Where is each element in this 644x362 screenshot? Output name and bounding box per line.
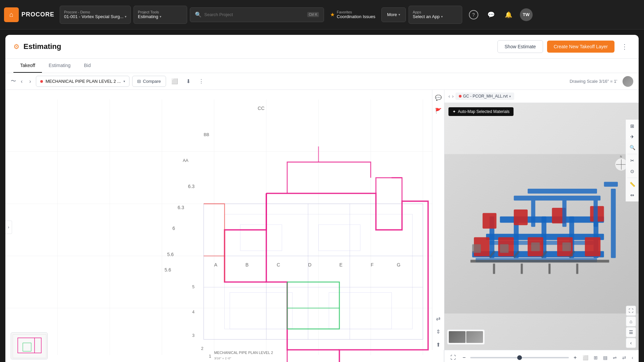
prev-drawing-button[interactable]: ‹ bbox=[19, 77, 24, 86]
blueprint-canvas[interactable]: CC BB AA 6.3 6.3 6 5.6 5.6 A B C D E F G… bbox=[5, 90, 444, 362]
view-list-button[interactable]: ☰ bbox=[626, 327, 636, 337]
open-drawing-button[interactable]: ⬜ bbox=[169, 77, 181, 86]
home-view-button[interactable]: ⌂ bbox=[626, 316, 636, 326]
svg-text:2: 2 bbox=[201, 346, 203, 351]
create-takeoff-button[interactable]: Create New Takeoff Layer bbox=[547, 41, 614, 53]
right-sidebar: 💬 🚩 ⇄ ⇕ ⬆ bbox=[432, 90, 444, 350]
svg-rect-75 bbox=[548, 263, 550, 274]
flag-button[interactable]: 🚩 bbox=[433, 106, 444, 116]
company-dropdown[interactable]: Procore - Demo 01-001 - Vortex Special S… bbox=[60, 6, 131, 24]
svg-rect-73 bbox=[493, 263, 495, 274]
blueprint-thumbnail[interactable] bbox=[11, 333, 48, 359]
svg-rect-74 bbox=[521, 263, 523, 274]
view-frame-button[interactable]: ⬜ bbox=[581, 354, 590, 362]
tab-estimating[interactable]: Estimating bbox=[42, 59, 77, 73]
main-wrapper: ⚙ Estimating Show Estimate Create New Ta… bbox=[5, 35, 639, 362]
view-settings-button[interactable]: ⇌ bbox=[611, 354, 618, 362]
model-section-button[interactable]: ✂ bbox=[627, 156, 637, 166]
more-drawing-options-button[interactable]: ⋮ bbox=[196, 77, 207, 86]
view-split-button[interactable]: ▤ bbox=[602, 354, 609, 362]
favorites-label: Favorites bbox=[337, 10, 375, 14]
view-grid-button[interactable]: ⊞ bbox=[592, 354, 599, 362]
model-zoom-button[interactable]: 🔍 bbox=[627, 142, 637, 153]
model-next-button[interactable]: › bbox=[452, 94, 454, 99]
model-prev-button[interactable]: ‹ bbox=[448, 94, 450, 99]
page-options-button[interactable]: ⋮ bbox=[619, 41, 631, 52]
collapse-button[interactable]: ‹ bbox=[626, 338, 636, 348]
project-tools-dropdown[interactable]: Project Tools Estimating ▾ bbox=[133, 6, 187, 24]
page-title: Estimating bbox=[23, 42, 493, 51]
fullscreen-button[interactable]: ⛶ bbox=[626, 306, 636, 316]
svg-text:6.3: 6.3 bbox=[177, 205, 184, 210]
show-estimate-button[interactable]: Show Estimate bbox=[497, 40, 543, 53]
home-button[interactable]: ⌂ bbox=[4, 7, 19, 22]
model-view-tools: ⛶ ⌂ ☰ ‹ bbox=[626, 306, 636, 348]
nav-icons-group: ? 💬 🔔 TW bbox=[468, 8, 533, 21]
tab-bid[interactable]: Bid bbox=[77, 59, 97, 73]
auto-map-badge[interactable]: ✦ Auto-Map Selected Materials bbox=[448, 107, 514, 116]
search-icon: 🔍 bbox=[195, 11, 202, 18]
svg-text:A: A bbox=[214, 262, 217, 267]
svg-rect-82 bbox=[611, 189, 615, 258]
model-orbit-button[interactable]: ✈ bbox=[627, 132, 637, 142]
star-icon: ★ bbox=[330, 11, 335, 18]
svg-text:1: 1 bbox=[209, 354, 211, 359]
notifications-button[interactable]: 🔔 bbox=[502, 9, 515, 21]
toolbar: 〜 ‹ › MECHANICAL PIPE PLAN LEVEL 2 ... ▾… bbox=[5, 73, 639, 90]
model-file-selector[interactable]: GC - PCOR_MH_ALL.rvt ▾ bbox=[455, 93, 514, 100]
zoom-in-button[interactable]: + bbox=[572, 354, 579, 361]
model-zoom-extents-button[interactable]: ⊞ bbox=[627, 121, 637, 131]
zoom-fullscreen-button[interactable]: ⛶ bbox=[448, 354, 458, 361]
search-bar[interactable]: 🔍 Ctrl K bbox=[190, 7, 324, 22]
model-zoom-bar: ⛶ − + ⬜ ⊞ ▤ ⇌ ⇄ ‹ bbox=[444, 350, 639, 362]
messages-button[interactable]: 💬 bbox=[485, 9, 497, 21]
auto-map-label: Auto-Map Selected Materials bbox=[458, 109, 509, 114]
help-button[interactable]: ? bbox=[468, 9, 480, 21]
resize-button[interactable]: ⇕ bbox=[434, 326, 442, 337]
svg-text:5: 5 bbox=[192, 285, 195, 289]
model-thumbnail-strip[interactable] bbox=[447, 329, 485, 345]
zoom-slider[interactable] bbox=[470, 357, 569, 358]
search-keyboard-shortcut: Ctrl K bbox=[307, 12, 319, 17]
more-dropdown[interactable]: More ▾ bbox=[381, 7, 406, 22]
next-drawing-button[interactable]: › bbox=[27, 77, 33, 86]
side-panel-toggle[interactable]: › bbox=[5, 221, 12, 234]
tab-takeoff[interactable]: Takeoff bbox=[13, 59, 42, 73]
more-label: More bbox=[387, 12, 397, 17]
svg-text:BB: BB bbox=[204, 132, 209, 137]
chevron-right-icon: › bbox=[8, 225, 9, 230]
drawing-selector[interactable]: MECHANICAL PIPE PLAN LEVEL 2 ... ▾ bbox=[36, 76, 129, 87]
svg-rect-65 bbox=[514, 209, 528, 225]
project-tools-label: Project Tools bbox=[138, 10, 183, 14]
scroll-up-button[interactable]: ⬆ bbox=[434, 340, 442, 350]
trend-icon[interactable]: 〜 bbox=[11, 78, 16, 85]
svg-rect-63 bbox=[585, 237, 601, 256]
arrows-button[interactable]: ⇄ bbox=[434, 313, 442, 324]
comments-button[interactable]: 💬 bbox=[433, 93, 444, 103]
compare-button[interactable]: ⊟ Compare bbox=[132, 76, 166, 87]
blueprint-svg: CC BB AA 6.3 6.3 6 5.6 5.6 A B C D E F G… bbox=[5, 90, 444, 362]
search-input[interactable] bbox=[204, 12, 305, 17]
user-avatar[interactable]: TW bbox=[520, 8, 533, 21]
svg-rect-87 bbox=[562, 242, 571, 251]
download-drawing-button[interactable]: ⬇ bbox=[183, 77, 193, 86]
thumbnail-2[interactable] bbox=[466, 331, 483, 343]
svg-text:5.6: 5.6 bbox=[165, 267, 171, 273]
model-explode-button[interactable]: ⇔ bbox=[627, 190, 637, 200]
favorites-dropdown[interactable]: ★ Favorites Coordination Issues bbox=[327, 8, 379, 21]
thumbnail-1[interactable] bbox=[449, 331, 466, 343]
3d-model-panel: ‹ › GC - PCOR_MH_ALL.rvt ▾ ✦ Auto-Map Se… bbox=[444, 90, 639, 362]
3d-model-view[interactable]: N ⊞ ✈ 🔍 ✂ ⊙ bbox=[444, 103, 639, 362]
view-compare-button[interactable]: ⇄ bbox=[621, 354, 628, 362]
svg-text:4: 4 bbox=[192, 310, 195, 314]
drawing-status-dot bbox=[40, 80, 43, 83]
apps-dropdown[interactable]: Apps Select an App ▾ bbox=[409, 6, 462, 24]
model-select-button[interactable]: ⊙ bbox=[627, 166, 637, 176]
view-collapse-button[interactable]: ‹ bbox=[630, 354, 635, 362]
model-measure-button[interactable]: 📏 bbox=[627, 179, 637, 189]
svg-rect-64 bbox=[483, 213, 496, 229]
model-panel-header: ‹ › GC - PCOR_MH_ALL.rvt ▾ bbox=[444, 90, 639, 103]
zoom-out-button[interactable]: − bbox=[461, 354, 468, 361]
svg-rect-81 bbox=[594, 199, 598, 227]
company-value: 01-001 - Vortex Special Surg... ▾ bbox=[64, 14, 126, 19]
